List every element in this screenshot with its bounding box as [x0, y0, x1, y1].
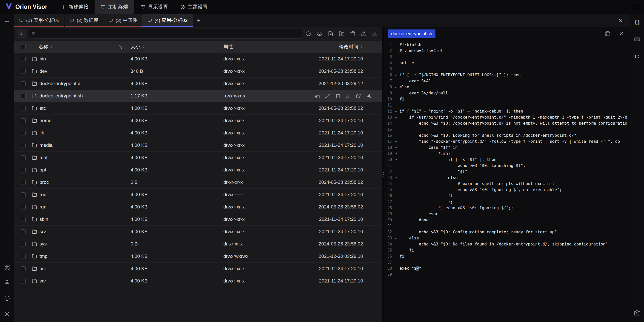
fold-icon[interactable] — [392, 72, 399, 78]
table-row[interactable]: tmp 4.00 KB drwxrwxrwx 2021-12-30 03:29:… — [14, 250, 382, 263]
menu-item-display-settings[interactable]: 显示设置 — [134, 0, 174, 14]
table-row[interactable]: docker-entrypoint.sh 1.17 KB -rwxrwxr-x — [14, 90, 382, 102]
download-icon[interactable] — [345, 93, 351, 99]
menu-item-host-terminal[interactable]: 主机终端 — [95, 0, 134, 14]
row-checkbox[interactable] — [21, 131, 26, 135]
editor-file-tab[interactable]: docker-entrypoint.sh — [388, 29, 435, 38]
table-row[interactable]: sys 0 B dr-xr-xr-x 2024-05-28 23:58:02 — [14, 238, 382, 250]
row-checkbox[interactable] — [21, 57, 26, 61]
fold-icon[interactable] — [392, 84, 399, 90]
settings-icon[interactable] — [3, 310, 11, 318]
save-icon[interactable] — [604, 30, 612, 38]
fold-icon[interactable] — [392, 138, 399, 145]
new-folder-icon[interactable] — [337, 29, 346, 38]
path-input[interactable] — [38, 31, 299, 37]
fold-icon[interactable] — [392, 114, 399, 120]
row-checkbox[interactable] — [21, 106, 26, 111]
line-number: 4 — [384, 60, 392, 66]
table-row[interactable]: run 4.00 KB drwxr-xr-x 2024-05-28 23:58:… — [14, 201, 382, 213]
row-checkbox[interactable] — [21, 205, 26, 209]
table-row[interactable]: home 4.00 KB drwxr-xr-x 2021-11-24 17:20… — [14, 115, 382, 127]
fold-icon[interactable] — [392, 151, 399, 157]
edit-icon[interactable] — [325, 93, 331, 99]
table-row[interactable]: media 4.00 KB drwxr-xr-x 2021-11-24 17:2… — [14, 139, 382, 152]
row-checkbox[interactable] — [21, 192, 26, 197]
camera-icon[interactable] — [633, 309, 641, 317]
fold-icon[interactable] — [392, 175, 399, 181]
new-tab-icon[interactable] — [3, 17, 11, 25]
new-file-icon[interactable] — [326, 29, 335, 38]
select-all-checkbox[interactable] — [21, 45, 26, 49]
braces-icon[interactable]: {} — [633, 18, 641, 26]
row-checkbox[interactable] — [21, 118, 26, 123]
fullscreen-icon[interactable] — [631, 3, 639, 11]
support-icon[interactable] — [3, 294, 11, 302]
line-number-icon[interactable]: 1 — [633, 52, 641, 60]
sort-icon[interactable] — [360, 45, 363, 49]
upload-icon[interactable] — [359, 29, 368, 38]
fold-icon[interactable] — [392, 145, 399, 151]
table-row[interactable]: var 4.00 KB drwxr-xr-x 2021-11-24 17:20:… — [14, 275, 382, 287]
close-all-icon[interactable] — [616, 16, 624, 24]
move-icon[interactable] — [355, 93, 361, 99]
terminal-tab[interactable]: (1) 应用-分析01 — [14, 14, 64, 27]
table-row[interactable]: sbin 4.00 KB drwxr-xr-x 2021-11-24 17:20… — [14, 213, 382, 226]
terminal-tab[interactable]: (4) 应用-分析02 — [142, 14, 193, 27]
row-checkbox[interactable] — [21, 217, 26, 222]
download-icon[interactable] — [370, 29, 379, 38]
row-checkbox[interactable] — [21, 69, 26, 74]
delete-icon[interactable] — [335, 93, 341, 99]
copy-icon[interactable] — [314, 93, 320, 99]
sort-icon[interactable] — [50, 45, 53, 49]
table-row[interactable]: mnt 4.00 KB drwxr-xr-x 2021-11-24 17:20:… — [14, 152, 382, 164]
table-row[interactable]: dev 340 B drwxr-xr-x 2024-05-28 23:58:02 — [14, 65, 382, 78]
table-row[interactable]: usr 4.00 KB drwxr-xr-x 2021-11-24 17:20:… — [14, 263, 382, 275]
terminal-tab[interactable]: (2) 数据库 — [65, 14, 103, 27]
row-checkbox[interactable] — [21, 242, 26, 246]
filter-icon[interactable] — [119, 45, 124, 49]
row-checkbox[interactable] — [21, 155, 26, 160]
back-icon[interactable] — [17, 29, 26, 39]
row-checkbox[interactable] — [21, 168, 26, 172]
tab-list: (1) 应用-分析01 (2) 数据库 (3) 中间件 (4) 应用-分析02 — [14, 14, 193, 27]
row-checkbox[interactable] — [21, 94, 26, 98]
profile-icon[interactable] — [3, 279, 11, 287]
refresh-icon[interactable] — [304, 29, 313, 38]
row-checkbox[interactable] — [21, 229, 26, 234]
fold-icon[interactable] — [392, 108, 399, 114]
add-tab-icon[interactable] — [193, 14, 205, 27]
row-checkbox[interactable] — [21, 279, 26, 283]
permission-icon[interactable] — [366, 93, 372, 99]
panel-splitter[interactable] — [382, 27, 384, 322]
fold-icon[interactable] — [392, 157, 399, 163]
file-icon — [32, 93, 37, 98]
fold-icon[interactable] — [392, 235, 399, 241]
menu-item-theme-settings[interactable]: 主题设置 — [174, 0, 214, 14]
row-checkbox[interactable] — [21, 180, 26, 185]
table-row[interactable]: srv 4.00 KB drwxr-xr-x 2021-11-24 17:20:… — [14, 226, 382, 238]
delete-icon[interactable] — [348, 29, 357, 38]
table-row[interactable]: docker-entrypoint.d 4.00 KB drwxr-xr-x 2… — [14, 78, 382, 90]
file-mtime: 2021-11-24 17:20:10 — [319, 130, 363, 136]
table-row[interactable]: etc 4.00 KB drwxr-xr-x 2024-05-28 23:58:… — [14, 102, 382, 115]
row-checkbox[interactable] — [21, 81, 26, 86]
row-checkbox[interactable] — [21, 266, 26, 271]
keyboard-icon[interactable] — [633, 35, 641, 43]
table-row[interactable]: lib 4.00 KB drwxr-xr-x 2021-11-24 17:20:… — [14, 127, 382, 139]
menu-item-new-connection[interactable]: 新建连接 — [55, 0, 95, 14]
table-row[interactable]: bin 4.00 KB drwxr-xr-x 2021-11-24 17:20:… — [14, 53, 382, 65]
file-attr: drwxr-xr-x — [223, 81, 306, 86]
editor-code[interactable]: 1 #!/bin/sh 2 # vim:sw=4:ts=4:et 3 4 set… — [384, 41, 630, 322]
table-row[interactable]: proc 0 B dr-xr-xr-x 2024-05-28 23:58:02 — [14, 176, 382, 189]
table-row[interactable]: opt 4.00 KB drwxr-xr-x 2021-11-24 17:20:… — [14, 164, 382, 176]
row-checkbox[interactable] — [21, 254, 26, 259]
table-row[interactable]: root 4.00 KB drwx------ 2021-11-24 17:20… — [14, 189, 382, 201]
close-icon[interactable] — [617, 30, 625, 38]
brand[interactable]: Orion Visor — [0, 0, 55, 14]
command-icon[interactable] — [3, 263, 11, 271]
terminal-tab[interactable]: (3) 中间件 — [103, 14, 142, 27]
show-hidden-icon[interactable] — [315, 29, 324, 38]
row-checkbox[interactable] — [21, 143, 26, 148]
code-text: fi — [399, 96, 630, 102]
sort-icon[interactable] — [142, 45, 145, 49]
